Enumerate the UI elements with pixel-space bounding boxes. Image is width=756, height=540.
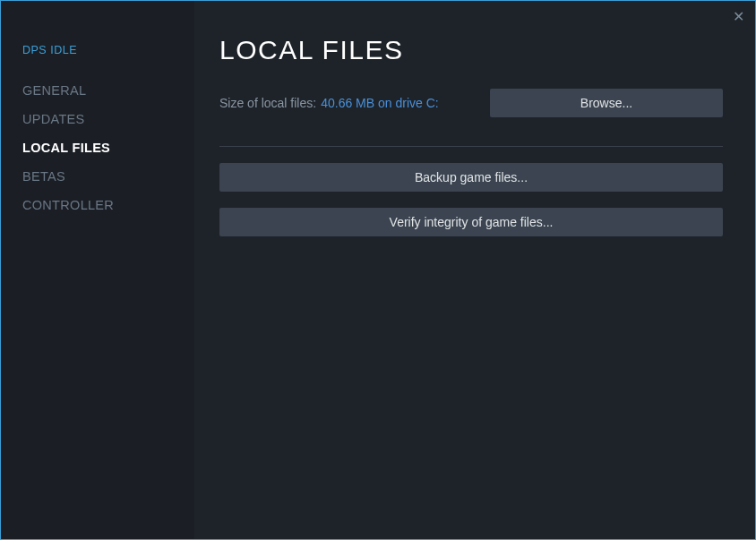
sidebar: DPS IDLE GENERAL UPDATES LOCAL FILES BET… <box>1 1 194 539</box>
nav-item-general[interactable]: GENERAL <box>22 83 194 98</box>
verify-button[interactable]: Verify integrity of game files... <box>219 208 723 236</box>
size-label: Size of local files: <box>219 96 316 110</box>
nav-item-betas[interactable]: BETAS <box>22 169 194 184</box>
size-info: Size of local files: 40.66 MB on drive C… <box>219 96 439 110</box>
window-container: DPS IDLE GENERAL UPDATES LOCAL FILES BET… <box>1 1 755 539</box>
backup-button[interactable]: Backup game files... <box>219 163 723 192</box>
divider <box>219 146 723 147</box>
app-name: DPS IDLE <box>22 44 194 56</box>
size-row: Size of local files: 40.66 MB on drive C… <box>219 89 723 117</box>
nav-item-controller[interactable]: CONTROLLER <box>22 198 194 212</box>
content-area: LOCAL FILES Size of local files: 40.66 M… <box>194 1 755 539</box>
nav-item-local-files[interactable]: LOCAL FILES <box>22 141 194 155</box>
size-value: 40.66 MB on drive C: <box>321 96 439 110</box>
nav-item-updates[interactable]: UPDATES <box>22 112 194 126</box>
browse-button[interactable]: Browse... <box>490 89 723 117</box>
close-icon[interactable]: ✕ <box>730 8 746 24</box>
page-title: LOCAL FILES <box>219 35 723 65</box>
